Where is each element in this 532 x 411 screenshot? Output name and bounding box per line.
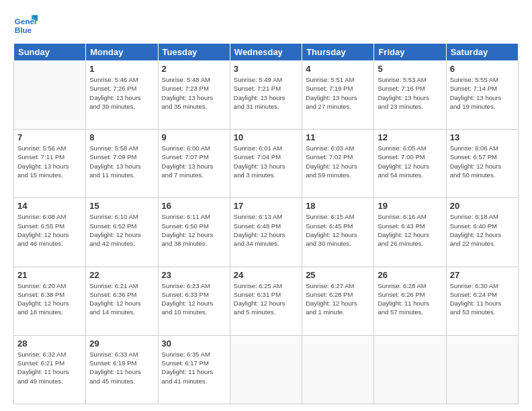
day-number: 27 [450, 270, 515, 280]
day-number: 4 [306, 64, 370, 74]
calendar-cell: 30Sunrise: 6:35 AM Sunset: 6:17 PM Dayli… [158, 335, 230, 404]
calendar-cell: 21Sunrise: 6:20 AM Sunset: 6:38 PM Dayli… [14, 267, 86, 335]
calendar-cell: 5Sunrise: 5:53 AM Sunset: 7:16 PM Daylig… [374, 61, 446, 130]
calendar-cell: 7Sunrise: 5:56 AM Sunset: 7:11 PM Daylig… [14, 130, 86, 198]
calendar-cell [374, 335, 446, 404]
day-info: Sunrise: 5:55 AM Sunset: 7:14 PM Dayligh… [450, 75, 515, 111]
day-info: Sunrise: 5:51 AM Sunset: 7:19 PM Dayligh… [306, 75, 370, 111]
calendar-cell: 22Sunrise: 6:21 AM Sunset: 6:36 PM Dayli… [86, 267, 158, 335]
day-info: Sunrise: 5:58 AM Sunset: 7:09 PM Dayligh… [89, 144, 154, 179]
calendar-cell: 29Sunrise: 6:33 AM Sunset: 6:19 PM Dayli… [86, 335, 158, 404]
week-row-2: 7Sunrise: 5:56 AM Sunset: 7:11 PM Daylig… [14, 130, 519, 198]
day-number: 22 [89, 270, 154, 280]
day-info: Sunrise: 5:48 AM Sunset: 7:23 PM Dayligh… [162, 75, 226, 111]
day-number: 21 [17, 270, 82, 280]
calendar-cell [14, 61, 86, 130]
week-row-1: 1Sunrise: 5:46 AM Sunset: 7:26 PM Daylig… [14, 61, 519, 130]
weekday-monday: Monday [86, 44, 158, 61]
calendar-cell: 24Sunrise: 6:25 AM Sunset: 6:31 PM Dayli… [230, 267, 302, 335]
header: General Blue [13, 12, 519, 36]
calendar-cell: 15Sunrise: 6:10 AM Sunset: 6:52 PM Dayli… [86, 198, 158, 267]
day-number: 6 [450, 64, 515, 74]
day-number: 13 [450, 132, 515, 142]
svg-text:Blue: Blue [15, 26, 32, 34]
calendar-cell: 26Sunrise: 6:28 AM Sunset: 6:26 PM Dayli… [374, 267, 446, 335]
calendar-cell: 18Sunrise: 6:15 AM Sunset: 6:45 PM Dayli… [302, 198, 374, 267]
day-number: 2 [162, 64, 226, 74]
day-number: 11 [306, 132, 370, 142]
day-info: Sunrise: 6:11 AM Sunset: 6:50 PM Dayligh… [162, 212, 226, 248]
day-number: 16 [162, 201, 226, 211]
calendar-table: SundayMondayTuesdayWednesdayThursdayFrid… [13, 43, 519, 404]
calendar-cell [446, 335, 518, 404]
weekday-saturday: Saturday [446, 44, 518, 61]
day-number: 1 [89, 64, 154, 74]
day-info: Sunrise: 5:53 AM Sunset: 7:16 PM Dayligh… [378, 75, 442, 111]
day-number: 19 [378, 201, 442, 211]
day-info: Sunrise: 6:00 AM Sunset: 7:07 PM Dayligh… [162, 144, 226, 179]
day-number: 12 [378, 132, 442, 142]
day-info: Sunrise: 6:18 AM Sunset: 6:40 PM Dayligh… [450, 212, 515, 248]
day-number: 15 [89, 201, 154, 211]
day-number: 24 [234, 270, 298, 280]
week-row-4: 21Sunrise: 6:20 AM Sunset: 6:38 PM Dayli… [14, 267, 519, 335]
day-info: Sunrise: 6:33 AM Sunset: 6:19 PM Dayligh… [89, 350, 154, 385]
calendar-cell: 23Sunrise: 6:23 AM Sunset: 6:33 PM Dayli… [158, 267, 230, 335]
day-info: Sunrise: 5:46 AM Sunset: 7:26 PM Dayligh… [89, 75, 154, 111]
calendar-cell: 3Sunrise: 5:49 AM Sunset: 7:21 PM Daylig… [230, 61, 302, 130]
calendar-cell: 2Sunrise: 5:48 AM Sunset: 7:23 PM Daylig… [158, 61, 230, 130]
weekday-sunday: Sunday [14, 44, 86, 61]
calendar-cell: 17Sunrise: 6:13 AM Sunset: 6:48 PM Dayli… [230, 198, 302, 267]
day-info: Sunrise: 6:16 AM Sunset: 6:43 PM Dayligh… [378, 212, 442, 248]
calendar-cell: 16Sunrise: 6:11 AM Sunset: 6:50 PM Dayli… [158, 198, 230, 267]
day-number: 26 [378, 270, 442, 280]
day-number: 5 [378, 64, 442, 74]
calendar-cell: 6Sunrise: 5:55 AM Sunset: 7:14 PM Daylig… [446, 61, 518, 130]
logo-icon: General Blue [13, 12, 38, 36]
week-row-5: 28Sunrise: 6:32 AM Sunset: 6:21 PM Dayli… [14, 335, 519, 404]
day-number: 23 [162, 270, 226, 280]
weekday-tuesday: Tuesday [158, 44, 230, 61]
day-info: Sunrise: 6:15 AM Sunset: 6:45 PM Dayligh… [306, 212, 370, 248]
day-number: 3 [234, 64, 298, 74]
day-number: 7 [17, 132, 82, 142]
day-info: Sunrise: 6:01 AM Sunset: 7:04 PM Dayligh… [234, 144, 298, 179]
calendar-cell: 19Sunrise: 6:16 AM Sunset: 6:43 PM Dayli… [374, 198, 446, 267]
weekday-wednesday: Wednesday [230, 44, 302, 61]
calendar-cell: 28Sunrise: 6:32 AM Sunset: 6:21 PM Dayli… [14, 335, 86, 404]
logo: General Blue [13, 12, 40, 36]
weekday-friday: Friday [374, 44, 446, 61]
calendar-cell: 10Sunrise: 6:01 AM Sunset: 7:04 PM Dayli… [230, 130, 302, 198]
calendar-cell [302, 335, 374, 404]
calendar-cell: 25Sunrise: 6:27 AM Sunset: 6:28 PM Dayli… [302, 267, 374, 335]
day-info: Sunrise: 6:20 AM Sunset: 6:38 PM Dayligh… [17, 281, 82, 317]
day-info: Sunrise: 6:35 AM Sunset: 6:17 PM Dayligh… [162, 350, 226, 385]
weekday-header-row: SundayMondayTuesdayWednesdayThursdayFrid… [14, 44, 519, 61]
day-number: 20 [450, 201, 515, 211]
day-info: Sunrise: 6:03 AM Sunset: 7:02 PM Dayligh… [306, 144, 370, 179]
day-info: Sunrise: 6:08 AM Sunset: 6:55 PM Dayligh… [17, 212, 82, 248]
day-info: Sunrise: 5:56 AM Sunset: 7:11 PM Dayligh… [17, 144, 82, 179]
day-info: Sunrise: 6:30 AM Sunset: 6:24 PM Dayligh… [450, 281, 515, 317]
day-info: Sunrise: 6:32 AM Sunset: 6:21 PM Dayligh… [17, 350, 82, 385]
day-number: 28 [17, 338, 82, 349]
calendar-cell: 14Sunrise: 6:08 AM Sunset: 6:55 PM Dayli… [14, 198, 86, 267]
weekday-thursday: Thursday [302, 44, 374, 61]
day-number: 8 [89, 132, 154, 142]
calendar-cell: 8Sunrise: 5:58 AM Sunset: 7:09 PM Daylig… [86, 130, 158, 198]
calendar-cell [230, 335, 302, 404]
day-info: Sunrise: 6:05 AM Sunset: 7:00 PM Dayligh… [378, 144, 442, 179]
day-number: 25 [306, 270, 370, 280]
day-number: 14 [17, 201, 82, 211]
calendar-cell: 12Sunrise: 6:05 AM Sunset: 7:00 PM Dayli… [374, 130, 446, 198]
day-info: Sunrise: 6:13 AM Sunset: 6:48 PM Dayligh… [234, 212, 298, 248]
page: General Blue SundayMondayTuesdayWednesda… [0, 0, 532, 411]
calendar-cell: 27Sunrise: 6:30 AM Sunset: 6:24 PM Dayli… [446, 267, 518, 335]
day-info: Sunrise: 6:23 AM Sunset: 6:33 PM Dayligh… [162, 281, 226, 317]
calendar-cell: 13Sunrise: 6:06 AM Sunset: 6:57 PM Dayli… [446, 130, 518, 198]
day-number: 10 [234, 132, 298, 142]
day-number: 30 [162, 338, 226, 349]
calendar-cell: 20Sunrise: 6:18 AM Sunset: 6:40 PM Dayli… [446, 198, 518, 267]
day-info: Sunrise: 6:25 AM Sunset: 6:31 PM Dayligh… [234, 281, 298, 317]
day-info: Sunrise: 6:28 AM Sunset: 6:26 PM Dayligh… [378, 281, 442, 317]
